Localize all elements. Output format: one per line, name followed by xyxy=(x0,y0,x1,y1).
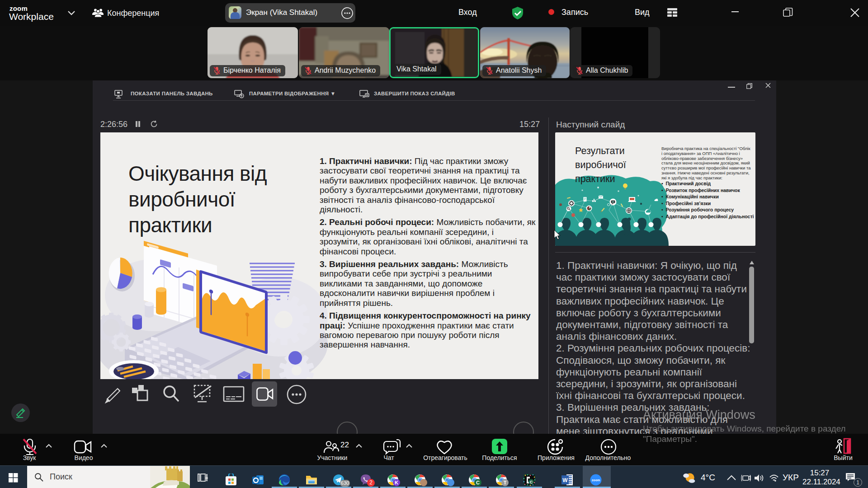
svg-text:W: W xyxy=(562,477,568,483)
svg-text:zoom: zoom xyxy=(592,479,600,482)
svg-text:C: C xyxy=(530,480,533,484)
